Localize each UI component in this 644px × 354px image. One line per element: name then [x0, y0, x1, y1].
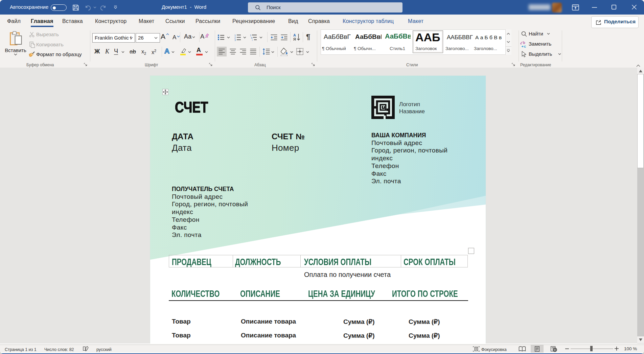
svg-text:Я: Я [293, 37, 296, 41]
svg-text:3: 3 [234, 39, 236, 41]
svg-text:c: c [524, 44, 526, 48]
svg-text:i: i [252, 39, 253, 41]
svg-text:А: А [293, 33, 296, 37]
